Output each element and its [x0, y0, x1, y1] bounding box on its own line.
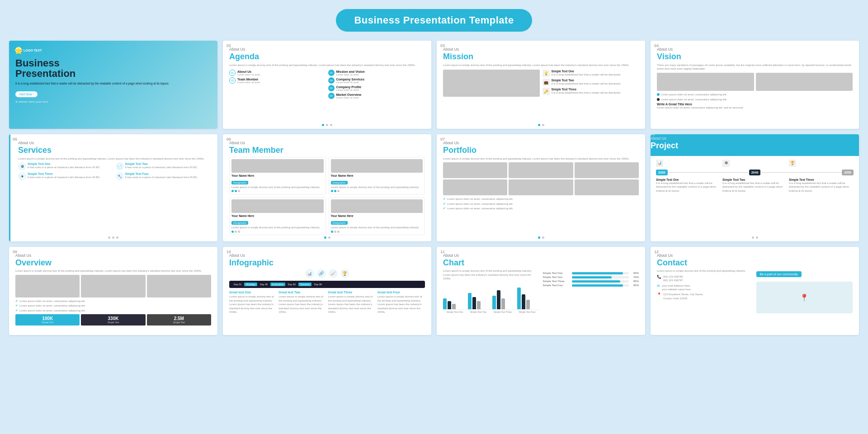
mission-content: 💡 Simple Text One It is a long establish… [443, 70, 639, 97]
agenda-item-1: 01 About Us Lorem dolor sit amet. [229, 70, 326, 76]
bar-4c [526, 300, 530, 309]
info-col-title-2: Great text Two [278, 291, 326, 294]
slide-title: Agenda [229, 52, 425, 61]
stat-num-3: 2.5M [149, 316, 209, 321]
slide-11-chart: 11 About Us Chart Lorem ipsum is simply … [437, 247, 645, 335]
slide-num: 05 [13, 137, 17, 142]
project-icon-2: ⚙ [722, 160, 730, 167]
slide-label: About Us [229, 141, 425, 145]
overview-desc: Lorem ipsum is simply dummy text of the … [15, 269, 211, 273]
team-dots-2 [331, 190, 423, 192]
services-grid: ⚙ Simple Text One It has roots in a piec… [18, 162, 211, 180]
team-avatar-2 [331, 159, 423, 173]
prog-item-3: Simple Text Three 85% [543, 280, 639, 283]
cover-subtitle: It is a long established fact that a rea… [15, 81, 211, 85]
slide-title: Mission [443, 52, 639, 61]
services-content: 05 About Us Services Lorem ipsum is simp… [15, 141, 211, 180]
bar-4a [517, 288, 521, 309]
portfolio-checklist: ✔ Lorem ipsum dolor sit amet, consectetu… [443, 197, 639, 210]
vision-item-1: Lorem ipsum dolor sit amet, consectetur … [657, 93, 853, 96]
slide-footer [223, 124, 431, 126]
info-icon-4: 🏆 [340, 269, 349, 278]
year-2040: 2040 [749, 170, 761, 175]
footer-dot-1 [322, 124, 324, 126]
stat-label-3: Simple Text [149, 321, 209, 324]
phone-icon: 📞 [657, 275, 661, 279]
bar-2c [477, 301, 481, 309]
timeline-line-2 [761, 172, 841, 173]
info-col-2: Great text Two Lorem ipsum is simply dum… [278, 291, 326, 314]
vision-image-2 [756, 73, 853, 91]
agenda-num-6: 06 [328, 93, 335, 99]
mission-icon-2: 💼 [542, 79, 550, 86]
project-icon-3: 🏆 [789, 160, 796, 167]
agenda-item-4: 04 Company Services Lorem dolor sit amet… [328, 77, 425, 84]
overview-check-text-1: Lorem ipsum dolor sit amet, consectetur … [19, 299, 85, 303]
project-desc-3: It is a long established fact that a rea… [789, 181, 854, 193]
slide-12-contact: 12 About Us Contact Lorem ipsum is simpl… [651, 247, 859, 335]
bar-3a [492, 296, 496, 309]
agenda-item-5: 05 Company Profile Lorem dolor sit amet. [328, 85, 425, 91]
portfolio-img-5 [509, 179, 573, 195]
service-title-4: Simple Text Four [125, 172, 198, 175]
prog-bar-fill-4 [572, 284, 623, 287]
project-icons: 📊 ⚙ 🏆 [656, 160, 854, 167]
stat-num-1: 100K [17, 316, 78, 321]
team-dots-4 [331, 231, 423, 233]
mission-item-2: 💼 Simple Text Two It is a long establish… [542, 79, 639, 86]
team-name-2: Your Name Here [331, 174, 423, 177]
portfolio-check-2: ✔ Lorem ipsum dolor sit amet, consectetu… [443, 202, 639, 206]
logo-icon: ⭐ [15, 47, 22, 53]
bar-3c [501, 298, 505, 309]
slide-2-agenda: 02 About Us Agenda Lorem ipsum is simply… [223, 41, 431, 129]
slide-label: About Us [657, 47, 853, 52]
stat-box-1: 100K Simple Text [15, 314, 80, 326]
slide-footer [651, 236, 859, 239]
project-icon-1: 📊 [656, 160, 663, 167]
vision-image-1 [657, 73, 754, 91]
contact-left: Lorem ipsum is simply dummy text of the … [657, 269, 754, 313]
info-col-text-4: Lorem ipsum is simply dummy text of the … [377, 295, 425, 314]
prog-label-2: Simple Text Two [543, 276, 570, 278]
agenda-text-5: Company Profile Lorem dolor sit amet. [336, 85, 362, 91]
slide-num: 09 [13, 250, 17, 254]
team-dots-3 [231, 231, 324, 233]
services-desc: Lorem ipsum is simply dummy text of the … [18, 157, 211, 160]
vision-item-text-1: Lorem ipsum dolor sit amet, consectetur … [661, 93, 727, 96]
visit-button[interactable]: Visit Now › [15, 91, 38, 97]
footer-dot-2 [328, 236, 330, 239]
mission-item-title-3: Simple Text Three [552, 88, 621, 91]
slide-num: 12 [654, 250, 659, 254]
vision-subtitle: Write A Great Title Here [657, 103, 853, 106]
vision-item-2: Lorem ipsum dolor sit amet, consectetur … [657, 98, 853, 101]
timeline-step-6: Success [298, 283, 311, 286]
portfolio-img-2 [509, 162, 573, 178]
mission-item-3: 🔑 Simple Text Three It is a long establi… [542, 88, 639, 95]
project-desc-1: It is a long established fact that a rea… [656, 181, 721, 193]
bar-group-3 [492, 290, 514, 309]
slide-10-infographic: 10 About Us Infographic 📊 🔗 📈 🏆 Day 01 S… [223, 247, 431, 335]
agenda-desc: Lorem ipsum is simply dummy text of the … [229, 63, 425, 67]
slide-title: Overview [15, 259, 211, 268]
slide-title: Contact [657, 259, 853, 268]
overview-check-3: ✔ Lorem ipsum dolor sit amet, consectetu… [15, 309, 211, 312]
footer-dot-2 [542, 124, 544, 126]
service-item-2: 📄 Simple Text Two It has roots in a piec… [116, 162, 212, 170]
slide-label: About Us [443, 141, 639, 145]
bar-1b [448, 301, 451, 309]
mission-item-title-1: Simple Text One [552, 70, 621, 73]
slide-footer [437, 124, 645, 126]
slide-footer [437, 236, 645, 239]
slide-6-team: 06 About Us Team Member Your Name Here D… [223, 134, 431, 241]
prog-bar-bg-1 [572, 272, 629, 274]
overview-check-1: ✔ Lorem ipsum dolor sit amet, consectetu… [15, 299, 211, 303]
slide-label: About Us [229, 47, 425, 52]
stat-box-3: 2.5M Simple Text [147, 314, 211, 326]
info-col-title-3: Great text Three [328, 291, 376, 294]
slide-title: Vision [657, 52, 853, 61]
agenda-num-1: 01 [229, 70, 236, 76]
bar-3b [497, 290, 500, 309]
check-icon-1: ✔ [443, 197, 446, 201]
footer-dot-2 [756, 236, 758, 239]
vision-dot-list: Lorem ipsum dolor sit amet, consectetur … [657, 93, 853, 102]
